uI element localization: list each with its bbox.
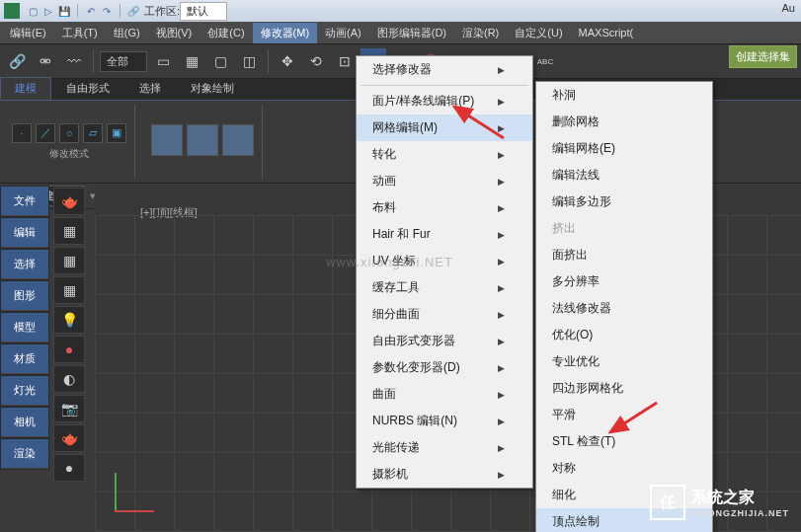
- abc-icon[interactable]: ABC: [532, 48, 558, 74]
- menu-render[interactable]: 渲染(R): [454, 23, 507, 43]
- unlink-icon[interactable]: ⚮: [33, 48, 58, 74]
- side-tab-model[interactable]: 模型: [1, 313, 48, 342]
- grid2-icon[interactable]: ▦: [53, 247, 85, 274]
- camera-icon[interactable]: 📷: [53, 395, 85, 422]
- submenu-smooth[interactable]: 平滑: [536, 402, 712, 428]
- material-icon[interactable]: ◐: [53, 365, 85, 393]
- menu-item-nurbs-editing[interactable]: NURBS 编辑(N)▶: [357, 408, 532, 434]
- menu-item-freeform-deformers[interactable]: 自由形式变形器▶: [357, 328, 532, 354]
- submenu-normal-modifier[interactable]: 法线修改器: [536, 295, 712, 322]
- element-icon[interactable]: ▣: [107, 123, 126, 143]
- menu-graph-editors[interactable]: 图形编辑器(D): [369, 23, 454, 43]
- select-icon[interactable]: ▭: [150, 48, 176, 74]
- link-icon[interactable]: 🔗: [126, 4, 140, 18]
- grid-icon[interactable]: ▦: [53, 217, 85, 245]
- submenu-edit-normals[interactable]: 编辑法线: [536, 162, 712, 189]
- submenu-edit-mesh[interactable]: 编辑网格(E): [536, 135, 712, 162]
- menu-item-select-modifiers[interactable]: 选择修改器▶: [357, 56, 532, 83]
- menu-item-patch-spline[interactable]: 面片/样条线编辑(P)▶: [357, 88, 532, 114]
- submenu-symmetry[interactable]: 对称: [536, 455, 712, 482]
- save-icon[interactable]: 💾: [57, 4, 71, 18]
- link-icon[interactable]: 🔗: [4, 48, 30, 74]
- preview-icon-2[interactable]: [187, 124, 218, 156]
- chevron-right-icon: ▶: [498, 470, 505, 480]
- menu-item-cameras[interactable]: 摄影机▶: [357, 461, 532, 488]
- select-move-icon[interactable]: ✥: [275, 48, 300, 74]
- preview-icon-1[interactable]: [151, 124, 183, 156]
- select-name-icon[interactable]: ▦: [179, 48, 204, 74]
- menu-item-conversion[interactable]: 转化▶: [357, 141, 532, 168]
- side-tab-shape[interactable]: 图形: [1, 281, 48, 311]
- vertex-icon[interactable]: ·: [12, 123, 32, 143]
- ribbon-tab-selection[interactable]: 选择: [124, 77, 176, 100]
- menu-item-cache-tools[interactable]: 缓存工具▶: [357, 274, 532, 301]
- axis-x-icon: [115, 510, 154, 512]
- menu-create[interactable]: 创建(C): [200, 23, 252, 43]
- border-icon[interactable]: ○: [59, 123, 79, 143]
- misc-icon[interactable]: ●: [53, 454, 85, 482]
- menu-item-radiosity[interactable]: 光能传递▶: [357, 434, 532, 461]
- menu-edit[interactable]: 编辑(E): [2, 23, 54, 43]
- select-rotate-icon[interactable]: ⟲: [303, 48, 329, 74]
- create-selection-set-button[interactable]: 创建选择集: [729, 45, 797, 68]
- side-tab-light[interactable]: 灯光: [1, 376, 48, 406]
- side-tab-material[interactable]: 材质: [1, 344, 48, 374]
- ribbon-tab-modeling[interactable]: 建模: [0, 77, 51, 100]
- bind-icon[interactable]: 〰: [61, 48, 87, 74]
- chevron-right-icon: ▶: [498, 177, 505, 187]
- workspace-selector[interactable]: 默认: [180, 2, 227, 21]
- menu-item-animation[interactable]: 动画▶: [357, 168, 532, 194]
- menu-item-parametric-deformers[interactable]: 参数化变形器(D)▶: [357, 354, 532, 381]
- menu-animation[interactable]: 动画(A): [317, 23, 369, 43]
- submenu-face-extrude[interactable]: 面挤出: [536, 242, 712, 268]
- undo-icon[interactable]: ↶: [84, 4, 98, 18]
- side-tab-edit[interactable]: 编辑: [1, 218, 48, 248]
- menu-item-subdivision[interactable]: 细分曲面▶: [357, 301, 532, 328]
- menu-item-mesh-editing[interactable]: 网格编辑(M)▶: [357, 114, 532, 141]
- side-tab-render[interactable]: 渲染: [1, 439, 48, 469]
- poly-icon[interactable]: ▱: [83, 123, 103, 143]
- chevron-right-icon: ▶: [498, 390, 505, 400]
- select-region-icon[interactable]: ▢: [207, 48, 233, 74]
- menu-item-cloth[interactable]: 布料▶: [357, 194, 532, 221]
- submenu-cap-holes[interactable]: 补洞: [536, 82, 712, 109]
- ribbon-group-edit: · ／ ○ ▱ ▣ 修改模式: [4, 105, 135, 179]
- edge-icon[interactable]: ／: [36, 123, 55, 143]
- submenu-stl-check[interactable]: STL 检查(T): [536, 428, 712, 455]
- app-icon[interactable]: [4, 3, 20, 19]
- menu-item-surface[interactable]: 曲面▶: [357, 381, 532, 408]
- menu-maxscript[interactable]: MAXScript(: [571, 24, 642, 41]
- select-scale-icon[interactable]: ⊡: [332, 48, 358, 74]
- render-icon[interactable]: 🫖: [53, 424, 85, 452]
- submenu-multires[interactable]: 多分辨率: [536, 268, 712, 295]
- submenu-pro-optimize[interactable]: 专业优化: [536, 348, 712, 375]
- ribbon-tab-freeform[interactable]: 自由形式: [51, 77, 124, 100]
- teapot-icon[interactable]: 🫖: [53, 188, 85, 215]
- separator: [268, 49, 269, 73]
- brand-sub: XITONGZHIJIA.NET: [691, 508, 789, 518]
- redo-icon[interactable]: ↷: [100, 4, 114, 18]
- submenu-optimize[interactable]: 优化(O): [536, 322, 712, 348]
- watermark-center: www.xitongzhi.NET: [326, 255, 453, 269]
- menu-group[interactable]: 组(G): [106, 23, 148, 43]
- side-tab-file[interactable]: 文件: [1, 187, 48, 216]
- submenu-delete-mesh[interactable]: 删除网格: [536, 109, 712, 135]
- ribbon-tab-object-paint[interactable]: 对象绘制: [176, 77, 249, 100]
- menu-tools[interactable]: 工具(T): [54, 23, 106, 43]
- side-tab-select[interactable]: 选择: [1, 250, 48, 279]
- light-icon[interactable]: 💡: [53, 306, 85, 334]
- open-icon[interactable]: ▷: [41, 4, 55, 18]
- menu-modifiers[interactable]: 修改器(M): [253, 23, 318, 43]
- grid3-icon[interactable]: ▦: [53, 276, 85, 304]
- menu-view[interactable]: 视图(V): [148, 23, 200, 43]
- menu-item-hair-fur[interactable]: Hair 和 Fur▶: [357, 221, 532, 248]
- new-icon[interactable]: ▢: [26, 4, 40, 18]
- submenu-quadify[interactable]: 四边形网格化: [536, 375, 712, 402]
- preview-icon-3[interactable]: [222, 124, 254, 156]
- window-crossing-icon[interactable]: ◫: [236, 48, 262, 74]
- menu-customize[interactable]: 自定义(U): [507, 23, 570, 43]
- selection-filter[interactable]: 全部: [100, 51, 147, 72]
- side-tab-camera[interactable]: 相机: [1, 408, 48, 437]
- sphere-icon[interactable]: ●: [53, 336, 85, 363]
- submenu-edit-poly[interactable]: 编辑多边形: [536, 189, 712, 215]
